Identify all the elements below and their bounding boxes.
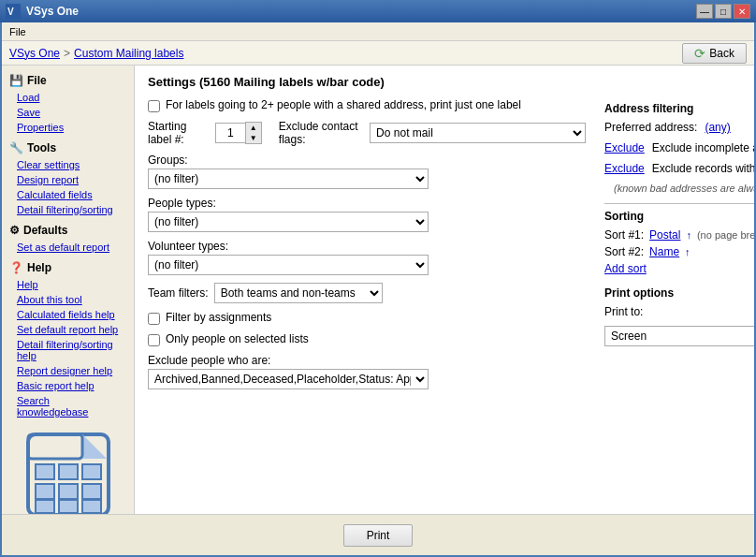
- sidebar-link-load[interactable]: Load: [2, 90, 134, 105]
- sidebar-link-report-designer-help[interactable]: Report designer help: [2, 363, 134, 378]
- app-icon: V: [6, 4, 21, 19]
- sidebar-link-save[interactable]: Save: [2, 105, 134, 120]
- svg-rect-10: [82, 484, 101, 499]
- back-icon: ⟳: [694, 46, 705, 61]
- tools-icon: 🔧: [9, 141, 23, 154]
- svg-rect-9: [59, 484, 78, 499]
- volunteer-types-select[interactable]: (no filter): [148, 255, 429, 275]
- breadcrumb-bar: VSys One > Custom Mailing labels ⟳ Back: [2, 41, 754, 66]
- sidebar-link-calc-fields-help[interactable]: Calculated fields help: [2, 307, 134, 322]
- print-options: Print options Print to: Screen: [604, 286, 754, 346]
- sort2-link[interactable]: Name: [649, 245, 679, 258]
- breadcrumb-current[interactable]: Custom Mailing labels: [74, 47, 183, 60]
- exclude-flags-select[interactable]: Do not mail: [370, 123, 586, 143]
- people-types-label: People types:: [148, 197, 586, 210]
- content-area: 💾 File Load Save Properties 🔧 Tools Clea…: [2, 66, 754, 514]
- minimize-button[interactable]: —: [696, 4, 713, 19]
- shared-address-checkbox[interactable]: [148, 100, 160, 112]
- sidebar-link-set-default-report[interactable]: Set as default report: [2, 240, 134, 255]
- title-bar: V VSys One — □ ✕: [0, 0, 756, 22]
- sidebar: 💾 File Load Save Properties 🔧 Tools Clea…: [2, 66, 135, 514]
- exclude-incomplete-link[interactable]: Exclude: [604, 141, 645, 154]
- volunteer-types-label: Volunteer types:: [148, 240, 586, 253]
- svg-text:V: V: [7, 7, 14, 17]
- spinner-up-button[interactable]: ▲: [246, 123, 261, 133]
- print-button[interactable]: Print: [343, 524, 414, 547]
- svg-rect-7: [82, 464, 101, 479]
- help-icon: ❓: [9, 261, 23, 274]
- col-right: Address filtering Preferred address: (an…: [604, 98, 754, 397]
- close-button[interactable]: ✕: [734, 4, 750, 19]
- sidebar-section-tools: 🔧 Tools Clear settings Design report Cal…: [2, 139, 134, 217]
- team-filters-select[interactable]: Both teams and non-teams: [214, 283, 383, 303]
- preferred-address-link[interactable]: (any): [705, 121, 730, 134]
- sidebar-link-calculated-fields[interactable]: Calculated fields: [2, 187, 134, 202]
- back-button[interactable]: ⟳ Back: [682, 43, 747, 64]
- groups-label: Groups:: [148, 154, 586, 167]
- starting-label-row: Starting label #: ▲ ▼ Exclude contact fl…: [148, 120, 586, 146]
- breadcrumb-root[interactable]: VSys One: [9, 47, 60, 60]
- team-filters-label: Team filters:: [148, 286, 209, 300]
- sidebar-link-basic-report-help[interactable]: Basic report help: [2, 378, 134, 393]
- sidebar-link-search-kb[interactable]: Search knowledgebase: [2, 393, 134, 419]
- exclude-people-select[interactable]: Archived,Banned,Deceased,Placeholder,Sta…: [148, 369, 429, 389]
- sidebar-link-detail-filter-help[interactable]: Detail filtering/sorting help: [2, 337, 134, 363]
- sidebar-link-design-report[interactable]: Design report: [2, 172, 134, 187]
- preferred-address-label: Preferred address:: [604, 121, 697, 134]
- sort2-label: Sort #2:: [604, 245, 644, 258]
- print-to-row: Print to:: [604, 305, 754, 318]
- sidebar-link-clear-settings[interactable]: Clear settings: [2, 157, 134, 172]
- people-types-select[interactable]: (no filter): [148, 212, 429, 232]
- print-to-select[interactable]: Screen: [604, 326, 754, 346]
- print-options-title: Print options: [604, 286, 754, 300]
- add-sort-row: Add sort: [604, 262, 754, 275]
- sidebar-link-about[interactable]: About this tool: [2, 292, 134, 307]
- grid-decorative-icon: [26, 432, 110, 514]
- sort1-arrow: ↑: [686, 229, 691, 241]
- only-selected-lists-label: Only people on selected lists: [166, 332, 309, 345]
- print-to-label: Print to:: [604, 305, 643, 318]
- add-sort-link[interactable]: Add sort: [604, 262, 647, 275]
- sidebar-header-help[interactable]: ❓ Help: [2, 258, 134, 277]
- starting-label-input[interactable]: [215, 123, 245, 143]
- sidebar-section-file: 💾 File Load Save Properties: [2, 71, 134, 135]
- exclude-note: (known bad addresses are always excluded…: [614, 183, 754, 194]
- sidebar-header-defaults[interactable]: ⚙ Defaults: [2, 221, 134, 240]
- svg-rect-12: [59, 500, 78, 513]
- menu-file[interactable]: File: [9, 26, 26, 37]
- title-bar-left: V VSys One: [6, 4, 79, 19]
- exclude-people-row: Archived,Banned,Deceased,Placeholder,Sta…: [148, 369, 586, 389]
- sort1-row: Sort #1: Postal ↑ (no page break): [604, 228, 754, 242]
- filter-assignments-label: Filter by assignments: [166, 311, 271, 324]
- groups-select[interactable]: (no filter): [148, 169, 429, 189]
- exclude-no-matching-link[interactable]: Exclude: [604, 162, 645, 175]
- sidebar-link-detail-filtering[interactable]: Detail filtering/sorting: [2, 202, 134, 217]
- shared-address-row: For labels going to 2+ people with a sha…: [148, 98, 586, 112]
- menu-bar: File: [2, 22, 754, 41]
- exclude-incomplete-row: Exclude Exclude incomplete addresses: [604, 141, 754, 154]
- sidebar-icon-area: [2, 423, 134, 514]
- two-col-layout: For labels going to 2+ people with a sha…: [148, 98, 741, 397]
- filter-assignments-checkbox[interactable]: [148, 313, 160, 325]
- sort1-link[interactable]: Postal: [649, 228, 680, 242]
- spinner-buttons: ▲ ▼: [245, 122, 262, 144]
- exclude-incomplete-label: Exclude incomplete addresses: [652, 141, 754, 154]
- sidebar-link-properties[interactable]: Properties: [2, 120, 134, 135]
- groups-row: (no filter): [148, 169, 586, 189]
- preferred-address-row: Preferred address: (any): [604, 121, 754, 134]
- maximize-button[interactable]: □: [715, 4, 732, 19]
- main-window: File VSys One > Custom Mailing labels ⟳ …: [0, 22, 756, 557]
- sidebar-header-file[interactable]: 💾 File: [2, 71, 134, 90]
- sort1-label: Sort #1:: [604, 228, 644, 242]
- app-title: VSys One: [26, 5, 79, 18]
- only-selected-lists-checkbox[interactable]: [148, 334, 160, 346]
- sidebar-link-help[interactable]: Help: [2, 277, 134, 292]
- svg-rect-13: [82, 500, 101, 513]
- sidebar-header-tools[interactable]: 🔧 Tools: [2, 139, 134, 157]
- sidebar-help-label: Help: [27, 261, 51, 274]
- spinner-down-button[interactable]: ▼: [246, 133, 261, 143]
- exclude-people-label: Exclude people who are:: [148, 354, 586, 367]
- sidebar-link-set-default-help[interactable]: Set default report help: [2, 322, 134, 337]
- only-selected-lists-row: Only people on selected lists: [148, 332, 586, 346]
- sidebar-section-help: ❓ Help Help About this tool Calculated f…: [2, 258, 134, 419]
